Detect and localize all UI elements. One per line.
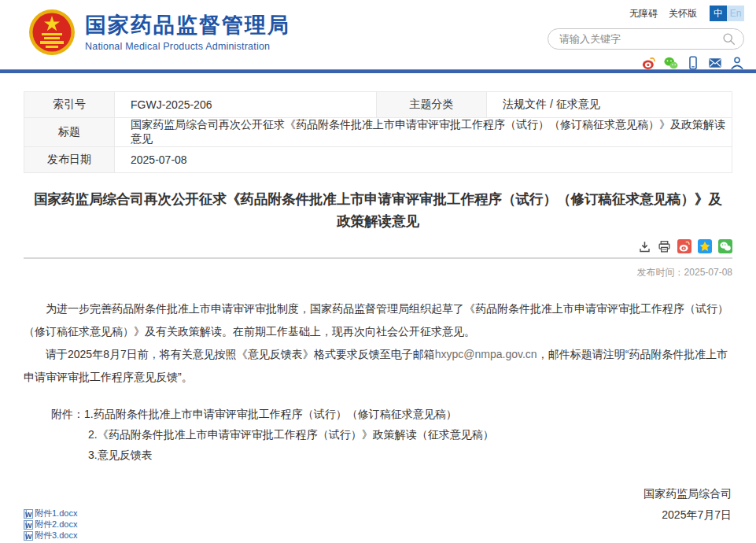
social-icons-row bbox=[548, 56, 744, 70]
mobile-icon[interactable] bbox=[686, 56, 700, 70]
paragraph: 为进一步完善药品附条件批准上市申请审评审批制度，国家药品监督管理局组织起草了《药… bbox=[24, 297, 732, 343]
weibo-share-icon[interactable] bbox=[677, 239, 691, 253]
qzone-share-icon[interactable] bbox=[698, 239, 712, 253]
lang-en-button[interactable]: En bbox=[727, 6, 744, 21]
page-title: 国家药监局综合司再次公开征求《药品附条件批准上市申请审评审批工作程序（试行）（修… bbox=[30, 188, 726, 232]
site-logo[interactable]: 国家药品监督管理局 National Medical Products Admi… bbox=[28, 9, 290, 56]
national-emblem-icon bbox=[28, 9, 76, 56]
signer-org: 国家药监局综合司 bbox=[24, 483, 732, 504]
site-name-en: National Medical Products Administration bbox=[85, 41, 290, 52]
attachment-link[interactable]: 2.《药品附条件批准上市申请审评审批工作程序（试行）》政策解读（征求意见稿） bbox=[51, 424, 732, 445]
word-doc-icon: W bbox=[24, 509, 33, 519]
email-address: hxypc@nmpa.gov.cn bbox=[435, 348, 537, 360]
paragraph: 请于2025年8月7日前，将有关意见按照《意见反馈表》格式要求反馈至电子邮箱hx… bbox=[24, 343, 732, 389]
topic-category-value: 法规文件 / 征求意见 bbox=[487, 92, 732, 118]
index-number-value: FGWJ-2025-206 bbox=[115, 92, 377, 118]
mail-icon[interactable] bbox=[708, 56, 722, 70]
footer-attachment-links: W 附件1.docx W 附件2.docx W 附件3.docx bbox=[24, 508, 77, 541]
publish-date-value: 2025-07-08 bbox=[115, 147, 732, 173]
attachment-link[interactable]: 3.意见反馈表 bbox=[51, 445, 732, 465]
list-item[interactable]: W 附件2.docx bbox=[24, 519, 77, 530]
document-meta-table: 索引号 FGWJ-2025-206 主题分类 法规文件 / 征求意见 标题 国家… bbox=[24, 91, 732, 173]
publish-time-label: 发布时间： bbox=[637, 267, 684, 278]
list-item[interactable]: W 附件3.docx bbox=[24, 530, 77, 541]
lang-cn-button[interactable]: 中 bbox=[710, 6, 727, 21]
paragraph-text: 请于2025年8月7日前，将有关意见按照《意见反馈表》格式要求反馈至电子邮箱 bbox=[46, 348, 435, 360]
site-header: 国家药品监督管理局 National Medical Products Admi… bbox=[0, 0, 756, 69]
attachments-list: 附件： 1.药品附条件批准上市申请审评审批工作程序（试行）（修订稿征求意见稿） … bbox=[24, 404, 732, 465]
accessibility-link[interactable]: 无障碍 bbox=[629, 7, 658, 20]
main-content: 索引号 FGWJ-2025-206 主题分类 法规文件 / 征求意见 标题 国家… bbox=[24, 91, 732, 526]
site-name-cn: 国家药品监督管理局 bbox=[85, 13, 290, 38]
language-toggle: 中 En bbox=[710, 6, 744, 21]
attachments-label: 附件： bbox=[51, 404, 84, 424]
search-box bbox=[548, 28, 744, 50]
weibo-icon[interactable] bbox=[642, 56, 656, 70]
publish-date-label: 发布日期 bbox=[24, 147, 115, 173]
publish-time: 发布时间：2025-07-08 bbox=[24, 266, 732, 279]
footer-attachment-link[interactable]: 附件3.docx bbox=[35, 530, 77, 541]
svg-text:W: W bbox=[25, 510, 32, 518]
word-doc-icon: W bbox=[24, 520, 33, 530]
list-item[interactable]: W 附件1.docx bbox=[24, 508, 77, 519]
publish-time-value: 2025-07-08 bbox=[684, 267, 732, 278]
title-label: 标题 bbox=[24, 118, 115, 147]
title-value: 国家药监局综合司再次公开征求《药品附条件批准上市申请审评审批工作程序（试行）（修… bbox=[115, 118, 732, 147]
svg-text:W: W bbox=[25, 532, 32, 540]
wechat-icon[interactable] bbox=[664, 56, 678, 70]
table-row: 发布日期 2025-07-08 bbox=[24, 147, 732, 173]
article-body: 为进一步完善药品附条件批准上市申请审评审批制度，国家药品监督管理局组织起草了《药… bbox=[24, 297, 732, 389]
topic-category-label: 主题分类 bbox=[377, 92, 487, 118]
svg-text:W: W bbox=[25, 521, 32, 529]
word-doc-icon: W bbox=[24, 531, 33, 541]
article-toolbar bbox=[24, 239, 732, 257]
header-utilities: 无障碍 关怀版 中 En bbox=[548, 6, 744, 70]
table-row: 索引号 FGWJ-2025-206 主题分类 法规文件 / 征求意见 bbox=[24, 92, 732, 118]
signature-block: 国家药监局综合司 2025年7月7日 bbox=[24, 483, 732, 526]
user-icon[interactable] bbox=[730, 56, 744, 70]
title-divider bbox=[24, 257, 732, 259]
attachment-link[interactable]: 1.药品附条件批准上市申请审评审批工作程序（试行）（修订稿征求意见稿） bbox=[84, 404, 457, 424]
wechat-share-icon[interactable] bbox=[718, 239, 732, 253]
search-icon[interactable] bbox=[722, 32, 736, 46]
search-input[interactable] bbox=[559, 33, 722, 45]
footer-attachment-link[interactable]: 附件2.docx bbox=[35, 519, 77, 530]
footer-attachment-link[interactable]: 附件1.docx bbox=[35, 508, 77, 519]
download-icon[interactable] bbox=[638, 240, 651, 253]
print-icon[interactable] bbox=[658, 240, 671, 253]
care-mode-link[interactable]: 关怀版 bbox=[669, 7, 697, 20]
index-number-label: 索引号 bbox=[24, 92, 115, 118]
sign-date: 2025年7月7日 bbox=[24, 504, 732, 526]
table-row: 标题 国家药监局综合司再次公开征求《药品附条件批准上市申请审评审批工作程序（试行… bbox=[24, 118, 732, 147]
